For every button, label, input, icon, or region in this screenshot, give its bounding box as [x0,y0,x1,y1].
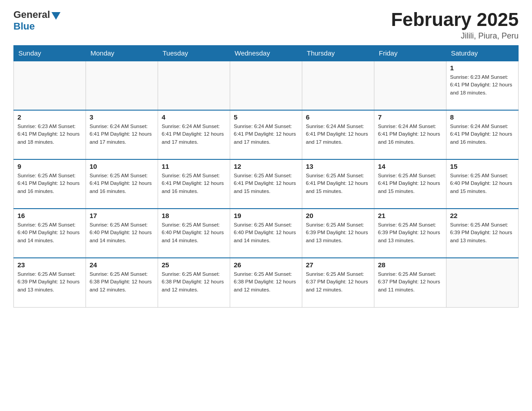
day-info: Sunrise: 6:24 AM Sunset: 6:41 PM Dayligh… [234,123,298,146]
day-info: Sunrise: 6:23 AM Sunset: 6:41 PM Dayligh… [450,73,515,97]
day-info: Sunrise: 6:25 AM Sunset: 6:41 PM Dayligh… [306,172,370,195]
calendar-cell [446,258,519,307]
calendar-cell: 18Sunrise: 6:25 AM Sunset: 6:40 PM Dayli… [158,209,230,258]
calendar-cell: 26Sunrise: 6:25 AM Sunset: 6:38 PM Dayli… [230,258,302,307]
day-number: 7 [378,113,442,121]
calendar-cell: 24Sunrise: 6:25 AM Sunset: 6:38 PM Dayli… [86,258,158,307]
day-number: 1 [450,64,515,72]
calendar-cell: 15Sunrise: 6:25 AM Sunset: 6:40 PM Dayli… [446,159,519,209]
day-header-friday: Friday [374,46,446,61]
day-header-thursday: Thursday [302,46,374,61]
day-number: 6 [306,113,370,121]
day-info: Sunrise: 6:25 AM Sunset: 6:37 PM Dayligh… [378,270,442,294]
calendar-cell: 6Sunrise: 6:24 AM Sunset: 6:41 PM Daylig… [302,110,374,159]
day-number: 27 [306,261,370,269]
calendar-cell: 19Sunrise: 6:25 AM Sunset: 6:40 PM Dayli… [230,209,302,258]
day-number: 17 [90,212,154,219]
calendar-cell [86,61,158,110]
calendar-cell [374,61,446,110]
day-number: 28 [378,261,442,269]
calendar-week-row: 16Sunrise: 6:25 AM Sunset: 6:40 PM Dayli… [14,209,519,258]
day-number: 3 [90,113,154,121]
day-info: Sunrise: 6:25 AM Sunset: 6:41 PM Dayligh… [90,172,154,195]
calendar-cell: 17Sunrise: 6:25 AM Sunset: 6:40 PM Dayli… [86,209,158,258]
logo-triangle-icon [51,12,60,20]
day-number: 2 [17,113,82,121]
day-number: 20 [306,212,370,219]
calendar-cell [158,61,230,110]
day-info: Sunrise: 6:24 AM Sunset: 6:41 PM Dayligh… [378,123,442,146]
calendar-cell: 28Sunrise: 6:25 AM Sunset: 6:37 PM Dayli… [374,258,446,307]
month-title: February 2025 [391,9,519,30]
day-info: Sunrise: 6:25 AM Sunset: 6:41 PM Dayligh… [17,172,82,195]
calendar-cell: 1Sunrise: 6:23 AM Sunset: 6:41 PM Daylig… [446,61,519,110]
day-number: 13 [306,163,370,170]
logo-blue-text: Blue [13,21,35,32]
day-number: 21 [378,212,442,219]
calendar-cell: 10Sunrise: 6:25 AM Sunset: 6:41 PM Dayli… [86,159,158,209]
day-number: 18 [162,212,226,219]
calendar-cell: 9Sunrise: 6:25 AM Sunset: 6:41 PM Daylig… [14,159,86,209]
day-number: 22 [450,212,515,219]
calendar-cell: 23Sunrise: 6:25 AM Sunset: 6:39 PM Dayli… [14,258,86,307]
calendar-cell: 16Sunrise: 6:25 AM Sunset: 6:40 PM Dayli… [14,209,86,258]
day-info: Sunrise: 6:25 AM Sunset: 6:39 PM Dayligh… [306,221,370,244]
location: Jilili, Piura, Peru [391,31,519,41]
day-info: Sunrise: 6:23 AM Sunset: 6:41 PM Dayligh… [17,123,82,146]
calendar-cell: 7Sunrise: 6:24 AM Sunset: 6:41 PM Daylig… [374,110,446,159]
day-header-monday: Monday [86,46,158,61]
calendar-cell: 4Sunrise: 6:24 AM Sunset: 6:41 PM Daylig… [158,110,230,159]
calendar-table: SundayMondayTuesdayWednesdayThursdayFrid… [13,45,519,308]
day-info: Sunrise: 6:24 AM Sunset: 6:41 PM Dayligh… [90,123,154,146]
day-info: Sunrise: 6:25 AM Sunset: 6:38 PM Dayligh… [162,270,226,294]
day-info: Sunrise: 6:25 AM Sunset: 6:39 PM Dayligh… [17,270,82,294]
day-number: 23 [17,261,82,269]
calendar-cell: 14Sunrise: 6:25 AM Sunset: 6:41 PM Dayli… [374,159,446,209]
day-info: Sunrise: 6:25 AM Sunset: 6:37 PM Dayligh… [306,270,370,294]
day-info: Sunrise: 6:25 AM Sunset: 6:41 PM Dayligh… [378,172,442,195]
day-number: 5 [234,113,298,121]
calendar-cell [14,61,86,110]
day-header-tuesday: Tuesday [158,46,230,61]
day-number: 9 [17,163,82,170]
calendar-cell: 22Sunrise: 6:25 AM Sunset: 6:39 PM Dayli… [446,209,519,258]
calendar-cell: 25Sunrise: 6:25 AM Sunset: 6:38 PM Dayli… [158,258,230,307]
day-number: 12 [234,163,298,170]
day-info: Sunrise: 6:25 AM Sunset: 6:41 PM Dayligh… [162,172,226,195]
day-info: Sunrise: 6:25 AM Sunset: 6:39 PM Dayligh… [378,221,442,244]
calendar-cell [230,61,302,110]
day-info: Sunrise: 6:24 AM Sunset: 6:41 PM Dayligh… [306,123,370,146]
day-number: 16 [17,212,82,219]
calendar-week-row: 1Sunrise: 6:23 AM Sunset: 6:41 PM Daylig… [14,61,519,110]
calendar-week-row: 2Sunrise: 6:23 AM Sunset: 6:41 PM Daylig… [14,110,519,159]
page-header: General Blue February 2025 Jilili, Piura… [13,9,519,41]
day-number: 24 [90,261,154,269]
title-section: February 2025 Jilili, Piura, Peru [391,9,519,41]
calendar-cell: 20Sunrise: 6:25 AM Sunset: 6:39 PM Dayli… [302,209,374,258]
day-number: 19 [234,212,298,219]
calendar-cell [302,61,374,110]
day-number: 11 [162,163,226,170]
day-info: Sunrise: 6:25 AM Sunset: 6:40 PM Dayligh… [162,221,226,244]
day-number: 15 [450,163,515,170]
day-info: Sunrise: 6:25 AM Sunset: 6:41 PM Dayligh… [234,172,298,195]
calendar-cell: 21Sunrise: 6:25 AM Sunset: 6:39 PM Dayli… [374,209,446,258]
day-number: 10 [90,163,154,170]
calendar-cell: 13Sunrise: 6:25 AM Sunset: 6:41 PM Dayli… [302,159,374,209]
calendar-header-row: SundayMondayTuesdayWednesdayThursdayFrid… [14,46,519,61]
calendar-cell: 12Sunrise: 6:25 AM Sunset: 6:41 PM Dayli… [230,159,302,209]
day-header-sunday: Sunday [14,46,86,61]
day-info: Sunrise: 6:25 AM Sunset: 6:38 PM Dayligh… [234,270,298,294]
day-info: Sunrise: 6:25 AM Sunset: 6:40 PM Dayligh… [90,221,154,244]
day-number: 26 [234,261,298,269]
day-number: 8 [450,113,515,121]
calendar-cell: 3Sunrise: 6:24 AM Sunset: 6:41 PM Daylig… [86,110,158,159]
logo: General Blue [13,9,60,32]
calendar-cell: 11Sunrise: 6:25 AM Sunset: 6:41 PM Dayli… [158,159,230,209]
calendar-cell: 27Sunrise: 6:25 AM Sunset: 6:37 PM Dayli… [302,258,374,307]
day-header-wednesday: Wednesday [230,46,302,61]
day-header-saturday: Saturday [446,46,519,61]
calendar-cell: 5Sunrise: 6:24 AM Sunset: 6:41 PM Daylig… [230,110,302,159]
day-info: Sunrise: 6:25 AM Sunset: 6:39 PM Dayligh… [450,221,515,244]
day-info: Sunrise: 6:24 AM Sunset: 6:41 PM Dayligh… [162,123,226,146]
